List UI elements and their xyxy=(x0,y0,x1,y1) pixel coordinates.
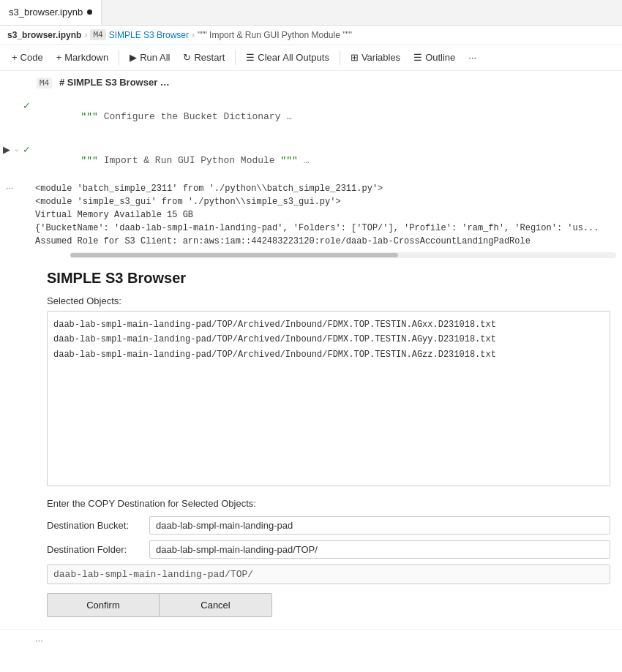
code-cell-configure: ✓ """ Configure the Bucket Dictionary … xyxy=(0,94,622,138)
run-all-button[interactable]: ▶ Run All xyxy=(124,49,176,66)
success-check-icon: ✓ xyxy=(23,100,31,111)
add-markdown-button[interactable]: + Markdown xyxy=(50,49,115,66)
s3-browser-title: SIMPLE S3 Browser xyxy=(47,270,610,287)
toolbar: + + Code Code + Markdown ▶ Run All ↻ Res… xyxy=(0,45,622,71)
cell-gutter-3: ▶ ⌄ ✓ xyxy=(6,143,35,155)
tab-bar: s3_browser.ipynb xyxy=(0,0,622,26)
restart-button[interactable]: ↻ Restart xyxy=(177,49,231,66)
markdown-cell-1: M4 # SIMPLE S3 Browser … xyxy=(0,71,622,94)
expand-arrow: ⌄ xyxy=(13,144,20,154)
cell-code-preview-3: """ Import & Run GUI Python Module """ … xyxy=(35,155,309,178)
cancel-button[interactable]: Cancel xyxy=(160,593,272,617)
toolbar-separator-1 xyxy=(119,50,119,65)
toolbar-separator-3 xyxy=(340,50,340,65)
breadcrumb: s3_browser.ipynb › M4 SIMPLE S3 Browser … xyxy=(0,26,622,45)
clear-outputs-button[interactable]: ☰ Clear All Outputs xyxy=(240,49,335,66)
restart-icon: ↻ xyxy=(183,52,191,63)
selected-objects-label: Selected Objects: xyxy=(47,295,610,306)
plus-icon: + xyxy=(12,52,18,63)
clear-icon: ☰ xyxy=(246,52,255,63)
dest-combined-display: daab-lab-smpl-main-landing-pad/TOP/ xyxy=(47,565,610,584)
dest-bucket-label: Destination Bucket: xyxy=(47,520,149,531)
horizontal-scrollbar[interactable] xyxy=(70,252,616,258)
copy-dest-label: Enter the COPY Destination for Selected … xyxy=(47,498,610,509)
cell-heading-text: # SIMPLE S3 Browser … xyxy=(59,77,170,88)
cell-body-3: """ Import & Run GUI Python Module """ … xyxy=(35,143,615,178)
confirm-button[interactable]: Confirm xyxy=(47,593,160,617)
success-check-icon-3: ✓ xyxy=(23,144,31,155)
scroll-area xyxy=(0,252,622,258)
cell-gutter-2: ✓ xyxy=(6,99,35,111)
output-text-block: <module 'batch_simple_2311' from './pyth… xyxy=(35,182,599,248)
tab-modified-dot xyxy=(87,10,92,15)
toolbar-separator-2 xyxy=(235,50,236,65)
dest-folder-row: Destination Folder: xyxy=(47,540,610,559)
tab-filename: s3_browser.ipynb xyxy=(9,7,83,18)
code-cell-import: ▶ ⌄ ✓ """ Import & Run GUI Python Module… xyxy=(0,138,622,182)
cell-marker-m4: M4 xyxy=(37,78,52,88)
cell-body-2: """ Configure the Bucket Dictionary … xyxy=(35,99,615,134)
variables-icon: ⊞ xyxy=(351,52,359,63)
run-icon: ▶ xyxy=(130,52,137,63)
outline-button[interactable]: ☰ Outline xyxy=(408,49,461,66)
output-area: ··· <module 'batch_simple_2311' from './… xyxy=(0,182,622,252)
output-gutter: ··· xyxy=(0,182,35,193)
run-cell-button[interactable]: ▶ xyxy=(3,144,10,155)
variables-button[interactable]: ⊞ Variables xyxy=(345,49,406,66)
notebook: M4 # SIMPLE S3 Browser … ✓ """ Configure… xyxy=(0,71,622,651)
outline-icon: ☰ xyxy=(413,52,422,63)
selected-objects-box: daab-lab-smpl-main-landing-pad/TOP/Archi… xyxy=(47,311,610,486)
tab-s3-browser[interactable]: s3_browser.ipynb xyxy=(0,0,102,25)
bottom-ellipsis: ··· xyxy=(35,635,43,646)
more-icon: ··· xyxy=(468,52,476,63)
dest-folder-label: Destination Folder: xyxy=(47,544,149,555)
bottom-cell: ··· xyxy=(0,629,622,651)
plus-icon-2: + xyxy=(56,52,62,63)
scrollbar-thumb xyxy=(70,253,398,257)
action-buttons: Confirm Cancel xyxy=(47,593,610,617)
breadcrumb-current: """ Import & Run GUI Python Module """ xyxy=(198,30,352,40)
more-button[interactable]: ··· xyxy=(462,49,482,66)
add-code-button[interactable]: + + Code Code xyxy=(6,49,49,66)
breadcrumb-file: s3_browser.ipynb xyxy=(7,30,81,40)
breadcrumb-section[interactable]: SIMPLE S3 Browser xyxy=(109,30,189,40)
dest-bucket-row: Destination Bucket: xyxy=(47,516,610,535)
dest-bucket-input[interactable] xyxy=(149,516,610,535)
dest-folder-input[interactable] xyxy=(149,540,610,559)
cell-code-preview-2: """ Configure the Bucket Dictionary … xyxy=(35,111,292,134)
s3-browser-widget: SIMPLE S3 Browser Selected Objects: daab… xyxy=(35,261,622,629)
